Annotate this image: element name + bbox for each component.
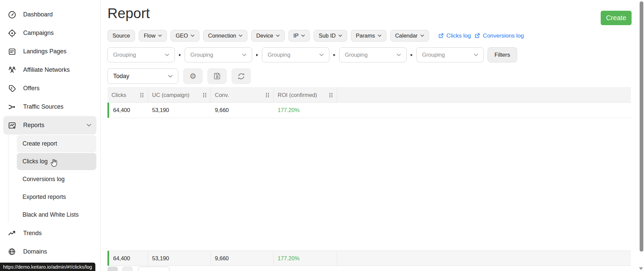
chevron-down-icon (87, 124, 91, 127)
footer-cell-uc-campaign: 53,190 (148, 251, 211, 266)
create-button[interactable]: Create (601, 11, 632, 25)
grouping-placeholder: Grouping (190, 52, 213, 58)
chip-label: Flow (144, 33, 155, 39)
scrollbar-down-arrow[interactable] (639, 267, 643, 270)
filter-chip-source[interactable]: Source (107, 30, 135, 42)
submenu-indent-line (8, 135, 8, 223)
sidebar-item-label: Campaigns (23, 30, 54, 37)
sidebar-item-affiliate-networks[interactable]: Affiliate Networks (3, 61, 96, 79)
chevron-down-icon (301, 35, 305, 37)
footer-cell-filler (337, 251, 631, 266)
chevron-down-icon (158, 35, 162, 37)
sidebar-item-trends[interactable]: Trends (3, 224, 96, 242)
date-range-select[interactable]: Today (107, 68, 178, 84)
column-header-roi-confirmed[interactable]: ROI (confirmed) (274, 88, 337, 102)
traffic-sources-icon (7, 102, 16, 111)
chip-label: Device (256, 33, 273, 39)
cell-roi-confirmed: 177.20% (274, 103, 337, 118)
chevron-down-icon (168, 75, 173, 78)
sidebar-item-label: Domains (23, 248, 47, 255)
chevron-down-icon (338, 35, 342, 37)
filter-chip-flow[interactable]: Flow (139, 30, 167, 42)
filter-chip-params[interactable]: Params (351, 30, 386, 42)
link-label: Conversions log (483, 33, 524, 39)
grouping-placeholder: Grouping (422, 52, 445, 58)
chevron-down-icon (276, 35, 280, 37)
grouping-select-1[interactable]: Grouping (107, 47, 175, 62)
arrow-right-icon (179, 54, 181, 56)
reports-icon (7, 121, 16, 130)
filter-chip-geo[interactable]: GEO (171, 30, 199, 42)
column-header-label: ROI (confirmed) (278, 92, 317, 98)
status-bar-url: https://demo.keitaro.io/admin/#!/clicks/… (0, 263, 95, 271)
drag-handle-icon[interactable] (203, 93, 206, 98)
trends-icon (7, 229, 16, 238)
chevron-down-icon (319, 54, 324, 56)
rows-per-page-select[interactable] (138, 267, 170, 271)
svg-text:$: $ (10, 86, 12, 90)
sidebar-item-campaigns[interactable]: Campaigns (3, 24, 96, 42)
chip-label: Sub ID (319, 33, 335, 39)
chevron-down-icon (378, 35, 381, 37)
grouping-select-5[interactable]: Grouping (416, 47, 484, 62)
link-label: Clicks log (447, 33, 471, 39)
sidebar-subitem-label: Black and White Lists (22, 211, 79, 218)
filter-chip-ip[interactable]: IP (288, 30, 310, 42)
grouping-separator (252, 54, 262, 56)
sidebar-item-domains[interactable]: Domains (3, 242, 96, 261)
sidebar-item-label: Dashboard (23, 11, 53, 18)
sidebar-item-clicks-log[interactable]: Clicks log (17, 153, 96, 170)
vertical-scrollbar[interactable] (638, 0, 644, 271)
main-content: Report Create Source Flow GEO Connection… (101, 0, 638, 271)
clicks-log-link[interactable]: Clicks log (438, 33, 471, 39)
drag-handle-icon[interactable] (329, 93, 333, 98)
sidebar-item-landing-pages[interactable]: Landings Pages (3, 42, 96, 61)
filter-chip-sub-id[interactable]: Sub ID (314, 30, 347, 42)
filter-chip-calendar[interactable]: Calendar (390, 30, 429, 42)
sidebar-item-black-white-lists[interactable]: Black and White Lists (17, 206, 96, 223)
row-accent-bar (107, 251, 109, 266)
refresh-button[interactable] (232, 68, 251, 84)
column-header-label: Conv. (215, 92, 229, 98)
drag-handle-icon[interactable] (266, 93, 269, 98)
chevron-down-icon (191, 35, 194, 37)
sidebar-item-create-report[interactable]: Create report (17, 135, 96, 152)
sidebar-item-offers[interactable]: $ Offers (3, 79, 96, 98)
drag-handle-icon[interactable] (140, 93, 144, 98)
conversions-log-link[interactable]: Conversions log (474, 33, 524, 39)
refresh-icon (237, 72, 245, 80)
pagination-next-button[interactable] (122, 267, 133, 271)
save-report-button[interactable] (208, 68, 227, 84)
table-row[interactable]: 64,400 53,190 9,660 177.20% (107, 103, 631, 118)
grouping-select-3[interactable]: Grouping (262, 47, 329, 62)
scrollbar-thumb[interactable] (640, 1, 643, 252)
sidebar-item-reports[interactable]: Reports (3, 116, 96, 134)
pagination-prev-button[interactable] (107, 267, 118, 271)
sidebar-item-traffic-sources[interactable]: Traffic Sources (3, 98, 96, 116)
chevron-down-icon (420, 35, 424, 37)
filter-chip-device[interactable]: Device (251, 30, 284, 42)
grouping-select-4[interactable]: Grouping (339, 47, 407, 62)
sidebar-item-dashboard[interactable]: Dashboard (3, 5, 96, 24)
column-header-filler (337, 88, 631, 102)
sidebar-subitem-label: Conversions log (22, 176, 64, 183)
grouping-row: Grouping Grouping Grouping Grouping Grou… (107, 47, 517, 62)
chip-label: Source (112, 33, 130, 39)
sidebar-item-exported-reports[interactable]: Exported reports (17, 188, 96, 206)
column-header-uc-campaign[interactable]: UC (campaign) (148, 88, 211, 102)
sidebar-item-conversions-log[interactable]: Conversions log (17, 171, 96, 188)
arrow-right-icon (411, 54, 413, 56)
toolbar-row: Today ⚙ (107, 68, 251, 84)
domains-icon (7, 247, 16, 256)
filter-chip-connection[interactable]: Connection (203, 30, 247, 42)
column-header-clicks[interactable]: Clicks (107, 88, 148, 102)
filters-button[interactable]: Filters (488, 47, 517, 62)
report-settings-button[interactable]: ⚙ (183, 68, 202, 84)
cell-uc-campaign: 53,190 (148, 103, 211, 118)
cell-conv: 9,660 (211, 103, 274, 118)
grouping-separator (407, 54, 416, 56)
chevron-down-icon (239, 35, 242, 37)
column-header-conv[interactable]: Conv. (211, 88, 274, 102)
grouping-select-2[interactable]: Grouping (185, 47, 252, 62)
footer-cell-clicks: 64,400 (107, 251, 148, 266)
